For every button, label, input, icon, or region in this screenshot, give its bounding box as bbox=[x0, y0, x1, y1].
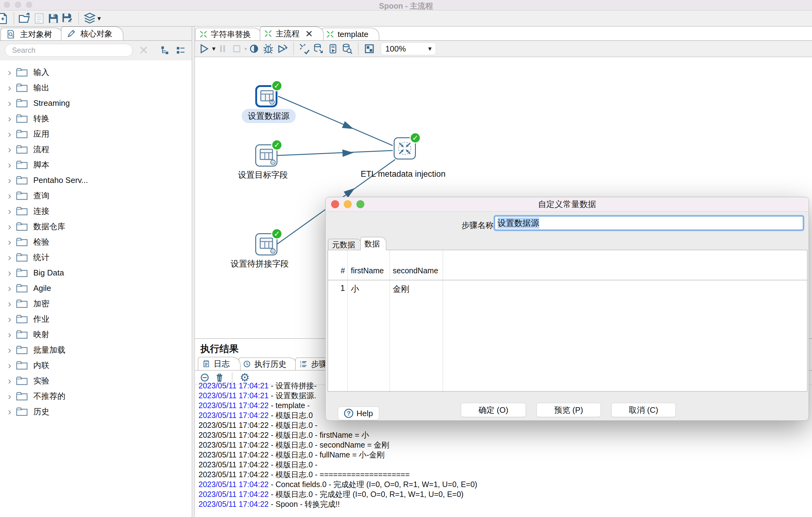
sidebar-item[interactable]: › 统计 bbox=[0, 249, 192, 265]
sidebar-item[interactable]: › 数据仓库 bbox=[0, 219, 192, 234]
chevron-right-icon[interactable]: › bbox=[3, 314, 16, 324]
dialog-close-button[interactable] bbox=[331, 200, 339, 208]
debug-icon[interactable] bbox=[261, 42, 275, 56]
chevron-right-icon[interactable]: › bbox=[3, 191, 16, 200]
chevron-right-icon[interactable]: › bbox=[3, 345, 16, 355]
explore-database-icon[interactable] bbox=[340, 42, 354, 56]
chevron-right-icon[interactable]: › bbox=[3, 83, 16, 92]
sidebar-item[interactable]: › 不推荐的 bbox=[0, 388, 192, 404]
step-label[interactable]: 设置数据源 bbox=[242, 109, 296, 123]
expand-tree-icon[interactable] bbox=[159, 44, 171, 56]
step-label[interactable]: ETL metadata injection bbox=[361, 169, 445, 179]
sidebar-item[interactable]: › 作业 bbox=[0, 311, 192, 327]
save-icon[interactable] bbox=[46, 11, 60, 26]
sidebar-item[interactable]: › 流程 bbox=[0, 142, 192, 157]
sidebar-item[interactable]: › 输出 bbox=[0, 80, 192, 95]
cell-secondname[interactable]: 金刚 bbox=[393, 283, 409, 295]
sidebar-item[interactable]: › 脚本 bbox=[0, 157, 192, 172]
tab-metadata[interactable]: 元数据 bbox=[328, 239, 361, 250]
sidebar-item[interactable]: › 检验 bbox=[0, 234, 192, 249]
sidebar-item[interactable]: › 实验 bbox=[0, 373, 192, 388]
sidebar-item[interactable]: › 转换 bbox=[0, 111, 192, 126]
new-file-icon[interactable] bbox=[0, 11, 10, 26]
run-icon[interactable] bbox=[197, 42, 211, 56]
sidebar-item[interactable]: › 内联 bbox=[0, 357, 192, 373]
dialog-traffic-lights[interactable] bbox=[331, 200, 365, 208]
sidebar-item[interactable]: › 加密 bbox=[0, 296, 192, 311]
sidebar-item[interactable]: › 历史 bbox=[0, 404, 192, 419]
tab-log[interactable]: 日志 bbox=[198, 357, 240, 370]
open-file-icon[interactable] bbox=[18, 11, 32, 26]
sidebar-item[interactable]: › Pentaho Serv... bbox=[0, 172, 192, 188]
step-label[interactable]: 设置目标字段 bbox=[238, 169, 288, 181]
column-header-secondname[interactable]: secondName bbox=[393, 266, 438, 275]
dialog-zoom-button[interactable] bbox=[356, 200, 365, 208]
cancel-button[interactable]: 取消 (C) bbox=[611, 403, 676, 417]
chevron-right-icon[interactable]: › bbox=[3, 144, 16, 154]
chevron-right-icon[interactable]: › bbox=[3, 67, 16, 77]
sidebar-item[interactable]: › Streaming bbox=[0, 95, 192, 111]
show-results-panel-icon[interactable] bbox=[362, 42, 376, 56]
chevron-right-icon[interactable]: › bbox=[3, 221, 16, 232]
chevron-right-icon[interactable]: › bbox=[3, 129, 16, 139]
sidebar-item[interactable]: › 连接 bbox=[0, 203, 192, 219]
chevron-right-icon[interactable]: › bbox=[3, 98, 16, 108]
generate-sql-icon[interactable] bbox=[326, 42, 340, 56]
step-datagrid-target-fields[interactable]: ⚙ ✓ bbox=[255, 144, 278, 167]
tab-main-object-tree[interactable]: 主对象树 bbox=[1, 28, 63, 40]
column-header-index[interactable]: # bbox=[328, 266, 345, 275]
run-options-dropdown-icon[interactable]: ▾ bbox=[212, 45, 215, 53]
save-as-icon[interactable] bbox=[60, 11, 75, 26]
tab-string-replace[interactable]: 字符串替换 bbox=[195, 28, 262, 40]
sidebar-item[interactable]: › 查询 bbox=[0, 188, 192, 203]
layers-dropdown-icon[interactable]: ▾ bbox=[97, 15, 101, 23]
impact-analysis-icon[interactable] bbox=[312, 42, 326, 56]
chevron-right-icon[interactable]: › bbox=[3, 113, 16, 124]
chevron-right-icon[interactable]: › bbox=[3, 252, 16, 262]
chevron-right-icon[interactable]: › bbox=[3, 268, 16, 278]
chevron-right-icon[interactable]: › bbox=[3, 237, 16, 247]
step-etl-metadata-injection[interactable]: ✓ bbox=[394, 137, 416, 160]
chevron-right-icon[interactable]: › bbox=[3, 376, 16, 386]
preview-icon[interactable] bbox=[247, 42, 261, 56]
sidebar-item[interactable]: › 批量加载 bbox=[0, 342, 192, 357]
help-button[interactable]: ? Help bbox=[338, 407, 379, 420]
tab-execution-history[interactable]: 执行历史 bbox=[239, 357, 297, 370]
chevron-right-icon[interactable]: › bbox=[3, 175, 16, 185]
chevron-right-icon[interactable]: › bbox=[3, 160, 16, 170]
sidebar-item[interactable]: › Agile bbox=[0, 280, 192, 296]
dialog-minimize-button[interactable] bbox=[344, 200, 352, 208]
ok-button[interactable]: 确定 (O) bbox=[461, 403, 526, 417]
chevron-right-icon[interactable]: › bbox=[3, 407, 16, 416]
tab-main-flow[interactable]: 主流程 ✕ bbox=[260, 27, 324, 40]
step-name-input[interactable]: 设置数据源 bbox=[495, 216, 803, 230]
cell-row-index[interactable]: 1 bbox=[328, 283, 345, 293]
step-datagrid-concat-fields[interactable]: ⚙ ✓ bbox=[255, 233, 278, 255]
column-header-firstname[interactable]: firstName bbox=[351, 266, 384, 275]
chevron-right-icon[interactable]: › bbox=[3, 299, 16, 308]
cell-firstname[interactable]: 小 bbox=[351, 283, 359, 295]
sidebar-item[interactable]: › Big Data bbox=[0, 265, 192, 280]
step-label[interactable]: 设置待拼接字段 bbox=[231, 258, 289, 269]
perspective-layers-icon[interactable] bbox=[83, 11, 97, 26]
step-datagrid-source[interactable]: ⚙ ✓ bbox=[255, 85, 278, 107]
verify-transformation-icon[interactable] bbox=[297, 42, 312, 56]
sidebar-divider[interactable] bbox=[192, 27, 195, 517]
chevron-right-icon[interactable]: › bbox=[3, 329, 16, 339]
constants-data-table[interactable]: # firstName secondName 1 小 金刚 bbox=[328, 250, 807, 391]
search-input[interactable] bbox=[5, 44, 133, 57]
list-view-icon[interactable] bbox=[174, 44, 187, 56]
preview-button[interactable]: 预览 (P) bbox=[536, 403, 601, 417]
chevron-right-icon[interactable]: › bbox=[3, 360, 16, 370]
sidebar-item[interactable]: › 映射 bbox=[0, 327, 192, 342]
zoom-level-select[interactable]: 100% ▾ bbox=[381, 42, 436, 55]
close-tab-icon[interactable]: ✕ bbox=[305, 28, 313, 39]
tab-template[interactable]: template bbox=[322, 28, 379, 40]
tab-data[interactable]: 数据 bbox=[360, 237, 386, 250]
clear-search-icon[interactable]: ✕ bbox=[139, 45, 149, 56]
sidebar-item[interactable]: › 应用 bbox=[0, 126, 192, 142]
chevron-right-icon[interactable]: › bbox=[3, 283, 16, 293]
tab-core-objects[interactable]: 核心对象 bbox=[61, 27, 123, 40]
sidebar-item[interactable]: › 输入 bbox=[0, 64, 192, 80]
chevron-right-icon[interactable]: › bbox=[3, 206, 16, 216]
